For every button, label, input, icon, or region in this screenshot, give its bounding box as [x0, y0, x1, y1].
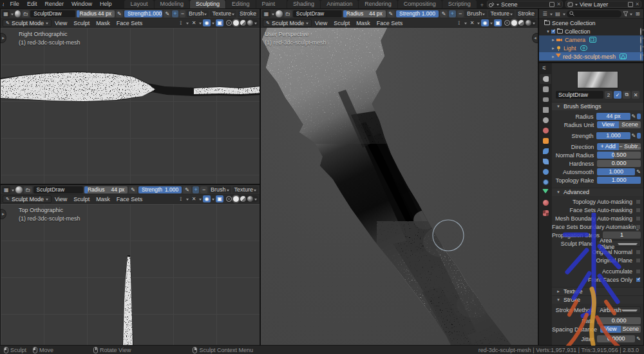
- shading-material-icon[interactable]: [240, 20, 246, 26]
- normal-radius-slider[interactable]: 0.500: [597, 152, 641, 159]
- remove-brush-button[interactable]: −: [200, 186, 207, 193]
- hide-toggle[interactable]: [640, 54, 641, 60]
- tab-texture[interactable]: [540, 208, 551, 218]
- tab-object-data[interactable]: [540, 188, 551, 197]
- pressure-icon[interactable]: ✎: [636, 336, 641, 342]
- mode-dropdown[interactable]: ✎Sculpt Mode: [263, 19, 312, 27]
- original-plane-checkbox[interactable]: [636, 258, 641, 263]
- menu-sculpt[interactable]: Sculpt: [330, 20, 353, 26]
- brush-preview-icon[interactable]: [15, 186, 23, 193]
- menu-view[interactable]: View: [52, 196, 70, 202]
- tab-sculpting[interactable]: Sculpting: [190, 0, 225, 8]
- radius-pressure-icon[interactable]: ✎: [129, 186, 137, 193]
- panel-stroke[interactable]: ▾Stroke: [552, 295, 643, 304]
- editor-type-icon[interactable]: ▦: [2, 10, 10, 17]
- topology-auto-masking-checkbox[interactable]: [636, 199, 641, 204]
- front-faces-only-checkbox[interactable]: [636, 277, 641, 282]
- viewport-canvas-right-ortho[interactable]: ▸ Right Orthographic (1) red-3dc-sculpt-…: [1, 28, 260, 184]
- remove-brush-button[interactable]: −: [457, 10, 464, 17]
- panel-texture[interactable]: ▸Texture: [552, 287, 643, 295]
- mesh-data-icon[interactable]: [620, 54, 627, 59]
- panel-advanced[interactable]: ▾Advanced: [552, 188, 643, 196]
- face-sets-auto-masking-checkbox[interactable]: [636, 208, 641, 213]
- brush-popover[interactable]: Brush: [209, 186, 231, 193]
- remove-view-layer-icon[interactable]: ✕: [635, 1, 639, 7]
- tab-modifiers[interactable]: [540, 146, 551, 156]
- tab-compositing[interactable]: Compositing: [398, 0, 442, 8]
- collection-checkbox[interactable]: [551, 29, 556, 34]
- menu-sculpt[interactable]: Sculpt: [70, 20, 93, 26]
- overlays-toggle-icon[interactable]: ◉: [203, 195, 211, 202]
- strength-pressure-icon[interactable]: ✎: [440, 10, 448, 17]
- shading-wireframe-icon[interactable]: [226, 20, 232, 26]
- tab-physics[interactable]: [540, 177, 551, 187]
- shading-rendered-icon[interactable]: [526, 20, 531, 26]
- editor-type-icon[interactable]: ▦: [2, 186, 10, 193]
- view-layer-selector[interactable]: View Layer ✕: [565, 1, 641, 8]
- duplicate-icon[interactable]: ⧉: [623, 91, 630, 99]
- shading-rendered-icon[interactable]: [247, 196, 253, 202]
- users-count-button[interactable]: 2: [605, 91, 612, 99]
- new-collection-icon[interactable]: ⊞: [634, 10, 641, 17]
- sculpt-plane-dropdown[interactable]: Area Plane: [596, 240, 641, 247]
- remove-brush-button[interactable]: −: [180, 10, 185, 17]
- jitter-slider[interactable]: 0.0000: [597, 335, 635, 342]
- menu-view[interactable]: View: [312, 20, 330, 26]
- shading-wireframe-icon[interactable]: [226, 196, 232, 202]
- menu-mask[interactable]: Mask: [353, 20, 374, 26]
- hide-toggle[interactable]: [640, 28, 641, 35]
- menu-mask[interactable]: Mask: [93, 20, 113, 26]
- menu-window[interactable]: Window: [68, 0, 96, 8]
- disclosure-triangle-icon[interactable]: ▸: [551, 46, 556, 51]
- tab-particles[interactable]: [540, 167, 551, 177]
- filter-icon[interactable]: [623, 11, 629, 17]
- menu-face-sets[interactable]: Face Sets: [113, 196, 146, 202]
- viewport-canvas-user-persp[interactable]: User Perspective (1) red-3dc-sculpt-mesh…: [261, 28, 538, 345]
- brush-name-field[interactable]: SculptDraw: [30, 10, 75, 17]
- brush-popover[interactable]: Brush: [465, 10, 488, 17]
- strength-slider[interactable]: Strength1.000: [138, 186, 182, 193]
- overlays-popover-icon[interactable]: ✕: [190, 19, 198, 26]
- stroke-popover[interactable]: Stroke: [238, 10, 258, 17]
- tab-uv-editing[interactable]: UV Editing: [226, 0, 256, 8]
- add-brush-button[interactable]: +: [449, 10, 455, 17]
- radius-pressure-icon[interactable]: ✎: [387, 10, 395, 17]
- brush-preview-icon[interactable]: [15, 10, 21, 17]
- tab-constraints[interactable]: [540, 157, 551, 166]
- radius-pressure-icon[interactable]: ✎: [116, 10, 123, 17]
- viewport-canvas-top-ortho[interactable]: ▸ Top Orthographic (1) red-3dc-sculpt-me…: [1, 204, 260, 345]
- unlink-scene-icon[interactable]: ✕: [556, 1, 561, 7]
- tab-material[interactable]: [540, 198, 551, 208]
- hide-toggle[interactable]: [640, 37, 641, 43]
- xray-toggle-icon[interactable]: ▣: [216, 195, 223, 202]
- radius-slider[interactable]: 44 px: [596, 113, 630, 120]
- strength-pressure-icon[interactable]: ✎: [183, 186, 191, 193]
- tab-tool[interactable]: [540, 74, 551, 84]
- unlink-icon[interactable]: ✕: [632, 91, 639, 99]
- hide-toggle[interactable]: [640, 45, 641, 52]
- display-mode-icon[interactable]: ▤: [554, 10, 562, 17]
- radius-slider[interactable]: Radius44 px: [77, 10, 115, 17]
- tab-shading[interactable]: Shading: [287, 0, 320, 8]
- tab-object[interactable]: [540, 136, 551, 146]
- outliner-row-scene-collection[interactable]: Scene Collection: [539, 19, 643, 27]
- strength-pressure-icon[interactable]: ✎: [164, 10, 171, 17]
- brush-name-field[interactable]: SculptDraw: [556, 91, 603, 99]
- shading-solid-icon[interactable]: [511, 20, 517, 26]
- mode-dropdown[interactable]: ✎Sculpt Mode: [3, 195, 52, 203]
- direction-segmented[interactable]: + Add − Subtr...: [597, 143, 641, 150]
- browse-brush-icon[interactable]: 🗀: [24, 186, 32, 193]
- texture-popover[interactable]: Texture: [488, 10, 515, 17]
- blender-logo-icon[interactable]: [2, 1, 4, 8]
- browse-brush-icon[interactable]: 🗀: [284, 10, 292, 17]
- tab-layout[interactable]: Layout: [124, 0, 153, 8]
- new-view-layer-icon[interactable]: [628, 2, 633, 7]
- menu-edit[interactable]: Edit: [23, 0, 41, 8]
- menu-sculpt[interactable]: Sculpt: [70, 196, 93, 202]
- overlays-popover-icon[interactable]: ✕: [468, 19, 476, 26]
- scene-selector[interactable]: Scene ✕: [487, 1, 563, 8]
- add-brush-button[interactable]: +: [193, 186, 200, 193]
- xray-toggle-icon[interactable]: ▣: [216, 19, 223, 26]
- texture-popover[interactable]: Texture: [210, 10, 236, 17]
- brush-preview-icon[interactable]: [276, 10, 282, 17]
